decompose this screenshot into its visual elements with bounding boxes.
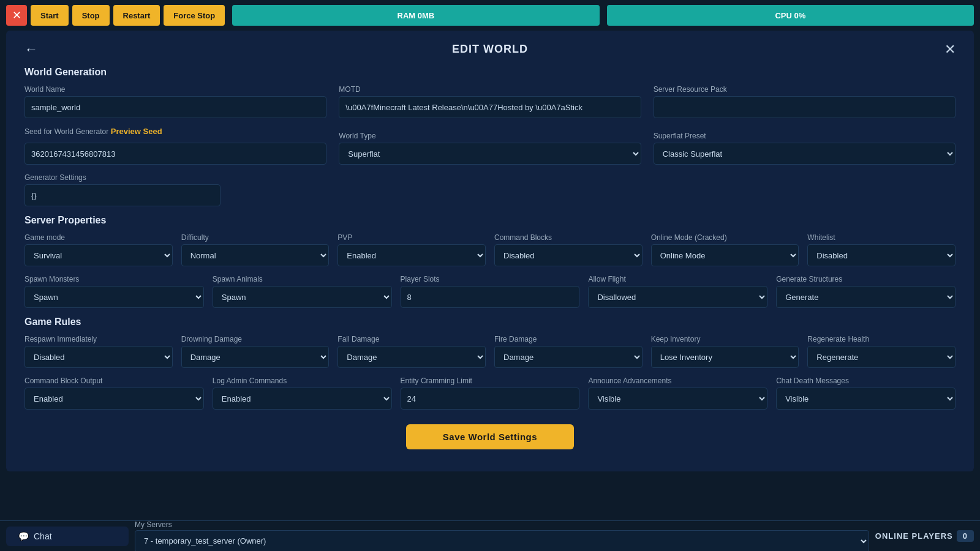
fall-damage-select[interactable]: Damage No Damage xyxy=(337,346,486,368)
generate-structures-select[interactable]: Generate Don't Generate xyxy=(776,286,956,308)
chat-death-messages-select[interactable]: Visible Hidden xyxy=(776,388,956,410)
chat-tab[interactable]: 💬 Chat xyxy=(6,527,129,546)
regenerate-health-select[interactable]: Regenerate Don't Regenerate xyxy=(807,346,956,368)
server-select-container: My Servers 7 - temporary_test_server (Ow… xyxy=(135,520,869,552)
pvp-group: PVP Enabled Disabled xyxy=(337,233,486,266)
restart-button[interactable]: Restart xyxy=(113,5,160,26)
game-mode-select[interactable]: Survival Creative Adventure Spectator xyxy=(24,244,173,266)
server-select[interactable]: 7 - temporary_test_server (Owner) xyxy=(135,530,869,552)
topbar: ✕ Start Stop Restart Force Stop RAM 0MB … xyxy=(0,0,980,31)
stop-button[interactable]: Stop xyxy=(72,5,110,26)
seed-input[interactable] xyxy=(24,143,326,165)
log-admin-commands-label: Log Admin Commands xyxy=(213,377,392,385)
command-block-output-label: Command Block Output xyxy=(24,377,204,385)
motd-label: MOTD xyxy=(339,85,641,94)
drowning-damage-group: Drowning Damage Damage No Damage xyxy=(181,335,330,368)
world-name-input[interactable] xyxy=(24,96,326,118)
seed-group: Seed for World Generator Preview Seed xyxy=(24,127,326,165)
world-name-group: World Name xyxy=(24,85,326,118)
game-mode-label: Game mode xyxy=(24,233,173,242)
respawn-immediately-group: Respawn Immediately Disabled Enabled xyxy=(24,335,173,368)
seed-label: Seed for World Generator xyxy=(24,127,108,136)
online-players-label: ONLINE PLAYERS xyxy=(875,531,953,541)
start-button[interactable]: Start xyxy=(31,5,69,26)
regenerate-health-group: Regenerate Health Regenerate Don't Regen… xyxy=(807,335,956,368)
entity-cramming-limit-input[interactable] xyxy=(401,388,580,410)
whitelist-label: Whitelist xyxy=(807,233,956,242)
chat-label: Chat xyxy=(34,531,52,541)
server-resource-pack-input[interactable] xyxy=(654,96,956,118)
cpu-indicator: CPU 0% xyxy=(607,5,974,26)
difficulty-select[interactable]: Normal Peaceful Easy Hard xyxy=(181,244,330,266)
world-gen-row1: World Name MOTD Server Resource Pack xyxy=(24,85,956,118)
chat-death-messages-group: Chat Death Messages Visible Hidden xyxy=(776,377,956,410)
page-header: ← EDIT WORLD ✕ xyxy=(24,43,956,56)
entity-cramming-limit-group: Entity Cramming Limit xyxy=(401,377,580,410)
whitelist-select[interactable]: Disabled Enabled xyxy=(807,244,956,266)
generate-structures-group: Generate Structures Generate Don't Gener… xyxy=(776,275,956,308)
fire-damage-select[interactable]: Damage No Damage xyxy=(494,346,643,368)
whitelist-group: Whitelist Disabled Enabled xyxy=(807,233,956,266)
back-button[interactable]: ← xyxy=(24,42,38,58)
server-properties-title: Server Properties xyxy=(24,215,956,226)
spawn-monsters-label: Spawn Monsters xyxy=(24,275,204,283)
regenerate-health-label: Regenerate Health xyxy=(807,335,956,343)
allow-flight-label: Allow Flight xyxy=(588,275,767,283)
motd-input[interactable] xyxy=(339,96,641,118)
keep-inventory-select[interactable]: Lose Inventory Keep Inventory xyxy=(651,346,799,368)
announce-advancements-select[interactable]: Visible Hidden xyxy=(588,388,767,410)
world-generation-title: World Generation xyxy=(24,67,956,78)
my-servers-label: My Servers xyxy=(135,520,869,529)
log-admin-commands-select[interactable]: Enabled Disabled xyxy=(213,388,392,410)
spawn-animals-group: Spawn Animals Spawn Don't Spawn xyxy=(213,275,392,308)
pvp-select[interactable]: Enabled Disabled xyxy=(337,244,486,266)
page-title: EDIT WORLD xyxy=(452,43,528,56)
server-props-row1: Game mode Survival Creative Adventure Sp… xyxy=(24,233,956,266)
game-rules-row2: Command Block Output Enabled Disabled Lo… xyxy=(24,377,956,410)
announce-advancements-group: Announce Advancements Visible Hidden xyxy=(588,377,767,410)
fall-damage-group: Fall Damage Damage No Damage xyxy=(337,335,486,368)
command-blocks-select[interactable]: Disabled Enabled xyxy=(494,244,643,266)
superflat-preset-group: Superflat Preset Classic Superflat Tunne… xyxy=(654,132,956,165)
spawn-monsters-select[interactable]: Spawn Don't Spawn xyxy=(24,286,204,308)
online-mode-select[interactable]: Online Mode Cracked xyxy=(651,244,799,266)
world-gen-row3: Generator Settings xyxy=(24,173,956,206)
online-mode-label: Online Mode (Cracked) xyxy=(651,233,799,242)
command-block-output-group: Command Block Output Enabled Disabled xyxy=(24,377,204,410)
respawn-immediately-select[interactable]: Disabled Enabled xyxy=(24,346,173,368)
keep-inventory-group: Keep Inventory Lose Inventory Keep Inven… xyxy=(651,335,799,368)
player-slots-input[interactable] xyxy=(401,286,580,308)
superflat-preset-select[interactable]: Classic Superflat Tunnelers Dream Water … xyxy=(654,143,956,165)
game-rules-title: Game Rules xyxy=(24,317,956,328)
spawn-animals-select[interactable]: Spawn Don't Spawn xyxy=(213,286,392,308)
command-block-output-select[interactable]: Enabled Disabled xyxy=(24,388,204,410)
world-name-label: World Name xyxy=(24,85,326,94)
generate-structures-label: Generate Structures xyxy=(776,275,956,283)
ram-indicator: RAM 0MB xyxy=(232,5,599,26)
generator-settings-group: Generator Settings xyxy=(24,173,221,206)
save-world-settings-button[interactable]: Save World Settings xyxy=(406,424,574,449)
drowning-damage-select[interactable]: Damage No Damage xyxy=(181,346,330,368)
online-players-indicator: ONLINE PLAYERS 0 xyxy=(875,530,974,542)
generator-settings-label: Generator Settings xyxy=(24,173,221,182)
game-mode-group: Game mode Survival Creative Adventure Sp… xyxy=(24,233,173,266)
fire-damage-label: Fire Damage xyxy=(494,335,643,343)
respawn-immediately-label: Respawn Immediately xyxy=(24,335,173,343)
server-resource-pack-group: Server Resource Pack xyxy=(654,85,956,118)
player-slots-group: Player Slots xyxy=(401,275,580,308)
world-type-select[interactable]: Superflat Default Amplified Largbiomes xyxy=(339,143,641,165)
generator-settings-input[interactable] xyxy=(24,184,221,206)
allow-flight-select[interactable]: Disallowed Allowed xyxy=(588,286,767,308)
difficulty-label: Difficulty xyxy=(181,233,330,242)
close-x-button[interactable]: ✕ xyxy=(6,5,27,26)
game-rules-row1: Respawn Immediately Disabled Enabled Dro… xyxy=(24,335,956,368)
fall-damage-label: Fall Damage xyxy=(337,335,486,343)
force-stop-button[interactable]: Force Stop xyxy=(164,5,225,26)
world-type-group: World Type Superflat Default Amplified L… xyxy=(339,132,641,165)
chat-death-messages-label: Chat Death Messages xyxy=(776,377,956,385)
difficulty-group: Difficulty Normal Peaceful Easy Hard xyxy=(181,233,330,266)
close-button[interactable]: ✕ xyxy=(944,42,956,58)
log-admin-commands-group: Log Admin Commands Enabled Disabled xyxy=(213,377,392,410)
preview-seed-button[interactable]: Preview Seed xyxy=(111,127,162,140)
world-gen-row2: Seed for World Generator Preview Seed Wo… xyxy=(24,127,956,165)
